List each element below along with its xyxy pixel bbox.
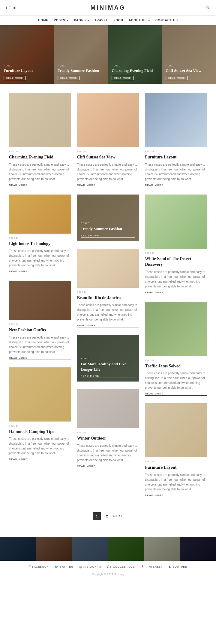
pages-arrow: ▾ bbox=[88, 20, 89, 22]
article-healthy-title[interactable]: Eat More Healthy and Live Longer Life bbox=[81, 361, 136, 372]
nav-food[interactable]: FOOD bbox=[113, 19, 123, 22]
site-logo[interactable]: MINIMAG bbox=[91, 4, 126, 11]
article-whitesand: FOOD White Sand of The Desert Discovery … bbox=[145, 195, 207, 294]
footer-pinterest[interactable]: 📍 PINTEREST bbox=[141, 565, 163, 569]
article-hammock-cat: FOOD bbox=[9, 425, 71, 427]
article-furniture2-img bbox=[145, 403, 207, 457]
article-charming-readmore[interactable]: READ MORE bbox=[9, 184, 71, 187]
article-winter: FOOD Winter Outdoor These cases are perf… bbox=[77, 389, 139, 468]
article-furniture1-title[interactable]: Furniture Layout bbox=[145, 154, 207, 160]
nav-contact[interactable]: CONTACT US bbox=[155, 19, 178, 22]
about-arrow: ▾ bbox=[148, 20, 150, 22]
article-lighthouse: FOOD Lighthouse Technology These cases a… bbox=[9, 195, 71, 274]
footer-strip-3 bbox=[72, 537, 108, 561]
nav-pages[interactable]: PAGES ▾ bbox=[74, 19, 89, 22]
footer-strip-4 bbox=[108, 537, 144, 561]
article-lighthouse-excerpt: These cases are perfectly simple and eas… bbox=[9, 249, 71, 268]
nav-about[interactable]: ABOUT US ▾ bbox=[129, 19, 150, 22]
hero-4-btn[interactable]: READ MORE bbox=[166, 76, 188, 80]
article-lighthouse-title[interactable]: Lighthouse Technology bbox=[9, 241, 71, 247]
article-traffic-readmore[interactable]: READ MORE bbox=[145, 392, 207, 396]
article-hammock-readmore[interactable]: READ MORE bbox=[9, 458, 71, 461]
article-cliff-readmore[interactable]: READ MORE bbox=[77, 184, 139, 187]
article-fashion-readmore[interactable]: READ MORE bbox=[9, 357, 71, 360]
hero-1-btn[interactable]: READ MORE bbox=[4, 76, 26, 80]
hero-slider: FOOD Furniture Layout READ MORE FOOD Tre… bbox=[0, 25, 216, 84]
instagram-icon[interactable]: ▣ bbox=[13, 6, 16, 9]
article-fashion: FOOD New Fashion Outfits These cases are… bbox=[9, 281, 71, 360]
article-trendy-title[interactable]: Trendy Summer Fashion bbox=[81, 226, 136, 232]
article-charming-excerpt: These cases are perfectly simple and eas… bbox=[9, 162, 71, 182]
article-trendy-readmore[interactable]: READ MORE bbox=[81, 234, 136, 238]
nav-home[interactable]: HOME bbox=[38, 19, 48, 22]
site-header: f ♡ ▣ MINIMAG 🔍 bbox=[0, 0, 216, 16]
article-healthy: FOOD Eat More Healthy and Live Longer Li… bbox=[77, 335, 139, 382]
footer-strip-6 bbox=[180, 537, 216, 561]
article-furniture2-title[interactable]: Furniture Layout bbox=[145, 465, 207, 471]
page-1-btn[interactable]: 1 bbox=[93, 512, 101, 520]
article-charming-title[interactable]: Charming Evening Field bbox=[9, 154, 71, 160]
article-healthy-readmore[interactable]: READ MORE bbox=[81, 375, 136, 378]
article-traffic-excerpt: These cases are perfectly simple and eas… bbox=[145, 371, 207, 390]
hero-slide-1: FOOD Furniture Layout READ MORE bbox=[0, 25, 54, 84]
article-healthy-cat: FOOD bbox=[81, 357, 136, 360]
hero-3-title: Charming Evening Field bbox=[112, 68, 158, 73]
nav-travel[interactable]: TRAVEL bbox=[94, 19, 108, 22]
hero-3-btn[interactable]: READ MORE bbox=[112, 76, 134, 80]
footer-instagram[interactable]: ◎ INSTAGRAM bbox=[79, 565, 101, 569]
article-healthy-overlay: FOOD Eat More Healthy and Live Longer Li… bbox=[77, 335, 139, 382]
article-hammock-img bbox=[9, 367, 71, 422]
article-rio: FOOD Beautiful Rio de Janeiro These case… bbox=[77, 249, 139, 328]
article-rio-img bbox=[77, 249, 139, 288]
article-furniture1-readmore[interactable]: READ MORE bbox=[145, 184, 207, 187]
pagination: 1 2 NEXT bbox=[9, 505, 207, 531]
footer-googleplus[interactable]: G+ GOOGLE PLUS bbox=[107, 565, 135, 569]
facebook-icon: f bbox=[29, 565, 31, 569]
article-traffic-title[interactable]: Traffic Jams Solved bbox=[145, 363, 207, 369]
footer-youtube-label: YOUTUBE bbox=[173, 565, 187, 568]
hero-2-title: Trendy Summer Fashion bbox=[58, 68, 104, 73]
article-whitesand-title[interactable]: White Sand of The Desert Discovery bbox=[145, 256, 207, 268]
article-furniture2: FOOD Furniture Layout These cases are pe… bbox=[145, 403, 207, 497]
pinterest-icon: 📍 bbox=[141, 565, 145, 569]
article-charming-cat: FOOD bbox=[9, 150, 71, 153]
hero-slide-2: FOOD Trendy Summer Fashion READ MORE bbox=[54, 25, 108, 84]
article-furniture2-excerpt: These cases are perfectly simple and eas… bbox=[145, 473, 207, 492]
article-furniture1: FOOD Furniture Layout These cases are pe… bbox=[145, 93, 207, 187]
footer-strip-5 bbox=[144, 537, 180, 561]
nav-posts[interactable]: POSTS ▾ bbox=[54, 19, 69, 22]
footer-facebook[interactable]: f FACEBOOK bbox=[29, 565, 49, 569]
article-winter-excerpt: These cases are perfectly simple and eas… bbox=[77, 443, 139, 463]
hero-2-btn[interactable]: READ MORE bbox=[58, 76, 80, 80]
page-2-btn[interactable]: 2 bbox=[103, 512, 111, 520]
main-content: FOOD Charming Evening Field These cases … bbox=[0, 84, 216, 537]
footer-twitter-label: TWITTER bbox=[60, 565, 73, 568]
footer-googleplus-label: GOOGLE PLUS bbox=[113, 565, 134, 568]
article-winter-cat: FOOD bbox=[77, 431, 139, 434]
hero-3-category: FOOD bbox=[112, 64, 158, 67]
article-fashion-img bbox=[9, 281, 71, 320]
article-fashion-title[interactable]: New Fashion Outfits bbox=[9, 327, 71, 333]
article-lighthouse-readmore[interactable]: READ MORE bbox=[9, 270, 71, 273]
article-whitesand-img bbox=[145, 195, 207, 249]
footer-twitter[interactable]: 🐦 TWITTER bbox=[55, 565, 73, 569]
article-rio-readmore[interactable]: READ MORE bbox=[77, 324, 139, 327]
facebook-icon[interactable]: f bbox=[6, 6, 7, 9]
youtube-icon: ▶ bbox=[169, 565, 172, 569]
article-cliff-cat: FOOD bbox=[77, 150, 139, 153]
article-traffic-img bbox=[145, 302, 207, 356]
heart-icon[interactable]: ♡ bbox=[9, 6, 11, 9]
article-hammock-title[interactable]: Hammock Camping Tips bbox=[9, 429, 71, 435]
googleplus-icon: G+ bbox=[107, 565, 112, 569]
footer-image-strip bbox=[0, 537, 216, 561]
article-winter-title[interactable]: Winter Outdoor bbox=[77, 435, 139, 441]
article-cliff-title[interactable]: Cliff Sunset Sea View bbox=[77, 154, 139, 160]
article-whitesand-readmore[interactable]: READ MORE bbox=[145, 291, 207, 294]
article-winter-readmore[interactable]: READ MORE bbox=[77, 465, 139, 468]
footer-youtube[interactable]: ▶ YOUTUBE bbox=[169, 565, 187, 569]
page-next-btn[interactable]: NEXT bbox=[113, 514, 123, 518]
search-icon[interactable]: 🔍 bbox=[206, 5, 210, 10]
article-rio-title[interactable]: Beautiful Rio de Janeiro bbox=[77, 295, 139, 301]
footer-strip-2 bbox=[36, 537, 72, 561]
article-furniture2-readmore[interactable]: READ MORE bbox=[145, 494, 207, 497]
